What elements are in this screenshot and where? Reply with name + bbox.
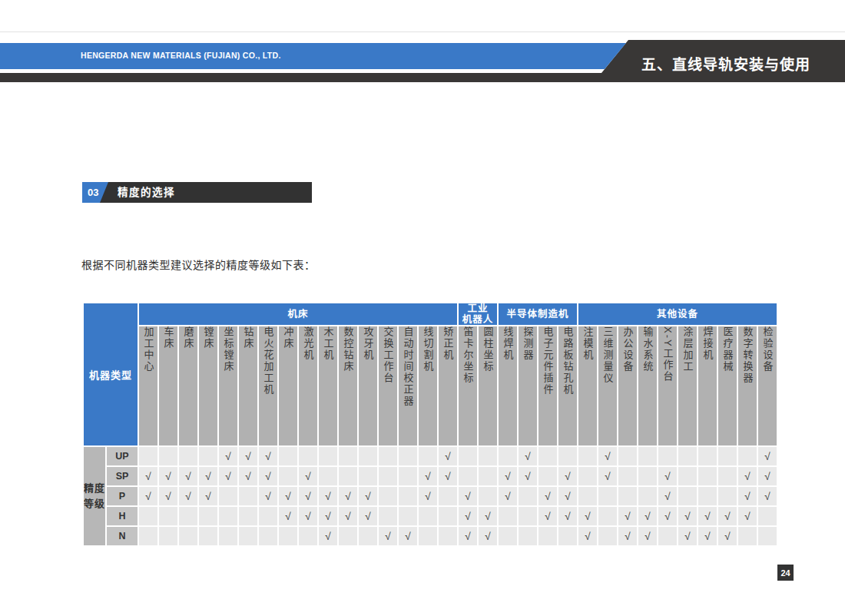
check-cell: √: [499, 467, 517, 485]
check-cell: [718, 487, 737, 505]
check-cell: [199, 447, 217, 465]
check-cell: √: [718, 507, 737, 525]
check-cell: [399, 487, 417, 505]
check-cell: [239, 527, 257, 545]
check-cell: [139, 447, 157, 465]
check-cell: √: [279, 507, 297, 525]
check-cell: [359, 447, 377, 465]
col-header-label: 三维测量仪: [603, 326, 613, 384]
col-header-label: 探测器: [523, 326, 533, 361]
check-cell: [439, 507, 457, 525]
check-cell: √: [439, 447, 457, 465]
col-header: 矫正机: [439, 326, 457, 445]
check-cell: [678, 447, 697, 465]
col-header-label: 办公设备: [623, 326, 633, 373]
group-header: 其他设备: [578, 303, 777, 325]
col-header-label: 电火花加工机: [263, 326, 273, 396]
check-cell: √: [219, 467, 237, 485]
check-cell: √: [299, 487, 317, 505]
check-cell: [379, 447, 397, 465]
check-cell: [758, 507, 777, 525]
check-cell: √: [359, 487, 377, 505]
group-header: 机床: [139, 303, 457, 325]
section-number-badge: 03: [82, 182, 108, 203]
check-cell: √: [179, 467, 197, 485]
check-cell: [658, 527, 677, 545]
check-cell: [499, 527, 517, 545]
check-cell: [399, 507, 417, 525]
col-header-label: 自动时间校正器: [403, 326, 413, 407]
check-cell: √: [359, 507, 377, 525]
check-cell: [399, 467, 417, 485]
check-cell: [159, 527, 177, 545]
col-header-label: 坐标镗床: [224, 326, 234, 373]
check-cell: [279, 467, 297, 485]
col-header: 焊接机: [698, 326, 717, 445]
col-header-label: 数字转换器: [743, 326, 753, 384]
check-cell: [598, 487, 617, 505]
check-cell: [519, 507, 537, 525]
row-label: H: [107, 507, 138, 525]
check-cell: √: [239, 447, 257, 465]
col-header: 电火花加工机: [259, 326, 277, 445]
col-header-label: 圆柱坐标: [483, 326, 493, 373]
check-cell: [159, 447, 177, 465]
col-header-label: 数控钻床: [343, 326, 353, 373]
col-header: 自动时间校正器: [399, 326, 417, 445]
check-cell: √: [479, 507, 497, 525]
check-cell: [199, 507, 217, 525]
section-bar: 03 精度的选择: [82, 182, 312, 203]
check-cell: [279, 447, 297, 465]
col-header: 磨床: [179, 326, 197, 445]
check-cell: [598, 507, 617, 525]
check-cell: [698, 447, 717, 465]
table-row: P√√√√√√√√√√√√√√√√√√: [84, 487, 777, 505]
check-cell: √: [658, 487, 677, 505]
check-cell: [578, 467, 597, 485]
check-cell: [419, 447, 437, 465]
check-cell: [698, 487, 717, 505]
check-cell: √: [319, 527, 337, 545]
check-cell: [139, 527, 157, 545]
check-cell: [359, 467, 377, 485]
table-corner-label: 机器类型: [84, 303, 138, 445]
check-cell: [698, 467, 717, 485]
check-cell: [319, 447, 337, 465]
check-cell: √: [578, 507, 597, 525]
check-cell: √: [339, 507, 357, 525]
col-header-label: 激光机: [303, 326, 313, 361]
check-cell: [479, 447, 497, 465]
check-cell: [299, 447, 317, 465]
col-header-label: 线焊机: [503, 326, 513, 361]
check-cell: √: [618, 527, 637, 545]
col-header-label: 木工机: [323, 326, 333, 361]
company-name: HENGERDA NEW MATERIALS (FUJIAN) CO., LTD…: [81, 51, 281, 60]
check-cell: [219, 527, 237, 545]
check-cell: √: [319, 487, 337, 505]
check-cell: √: [459, 487, 477, 505]
col-header: 坐标镗床: [219, 326, 237, 445]
check-cell: [239, 487, 257, 505]
check-cell: [459, 447, 477, 465]
col-header-label: 磨床: [184, 326, 194, 349]
col-header-label: 检验设备: [763, 326, 773, 373]
check-cell: √: [738, 507, 757, 525]
check-cell: [499, 447, 517, 465]
precision-table: 机器类型机床工业机器人半导体制造机其他设备加工中心车床磨床镗床坐标镗床钻床电火花…: [82, 302, 778, 547]
page-top-divider: [0, 31, 845, 32]
check-cell: √: [758, 467, 777, 485]
col-header: 线焊机: [499, 326, 517, 445]
col-header-label: X-Y工作台: [663, 326, 673, 383]
col-header: 车床: [159, 326, 177, 445]
check-cell: [578, 487, 597, 505]
check-cell: [359, 527, 377, 545]
col-header: 木工机: [319, 326, 337, 445]
check-cell: √: [199, 487, 217, 505]
check-cell: √: [199, 467, 217, 485]
check-cell: √: [459, 507, 477, 525]
check-cell: √: [618, 507, 637, 525]
check-cell: √: [219, 447, 237, 465]
check-cell: [159, 507, 177, 525]
col-header: 钻床: [239, 326, 257, 445]
check-cell: √: [738, 467, 757, 485]
